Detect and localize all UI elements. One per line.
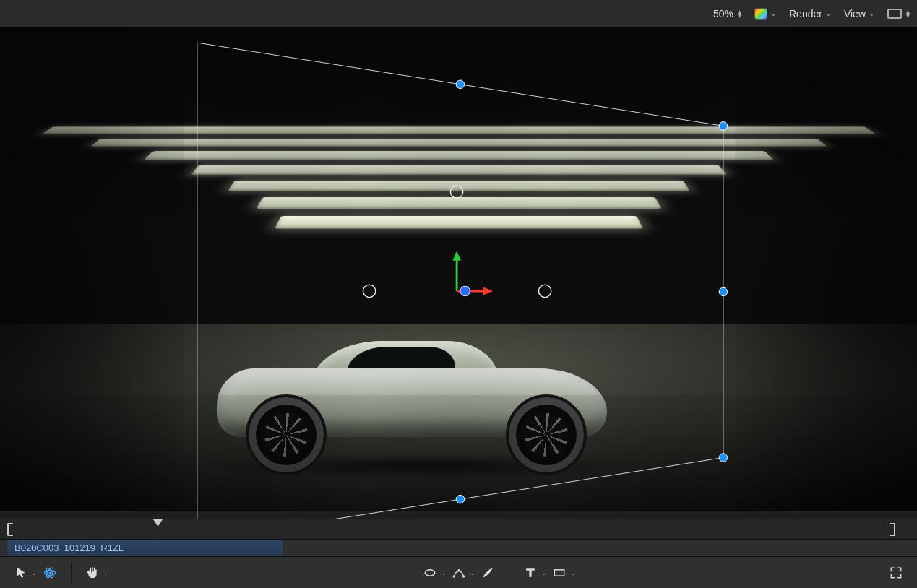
clip-track: B020C003_101219_R1ZL bbox=[0, 539, 917, 556]
text-tool-dropdown[interactable]: ⌄ bbox=[540, 566, 548, 579]
zoom-level-stepper[interactable]: 50% ▴▾ bbox=[713, 8, 741, 20]
pan-tool[interactable] bbox=[83, 563, 102, 582]
app-root: 50% ▴▾ ⌄ Render ⌄ View ⌄ ▴▾ bbox=[0, 0, 917, 588]
rectangle-mask-dropdown[interactable]: ⌄ bbox=[569, 566, 577, 579]
fullscreen-toggle[interactable] bbox=[887, 563, 905, 582]
rectangle-icon bbox=[552, 566, 567, 580]
composited-scene bbox=[0, 27, 917, 511]
arrow-cursor-icon bbox=[14, 566, 28, 580]
shape-mask-dropdown[interactable]: ⌄ bbox=[439, 566, 448, 579]
canvas-topbar: 50% ▴▾ ⌄ Render ⌄ View ⌄ ▴▾ bbox=[0, 0, 917, 27]
select-tool-dropdown[interactable]: ⌄ bbox=[30, 566, 39, 579]
svg-point-5 bbox=[452, 575, 455, 577]
toolbar-separator bbox=[71, 563, 72, 583]
svg-point-6 bbox=[462, 575, 465, 577]
clip-item[interactable]: B020C003_101219_R1ZL bbox=[7, 540, 283, 556]
pan-tool-dropdown[interactable]: ⌄ bbox=[102, 566, 111, 579]
playhead[interactable] bbox=[158, 519, 158, 539]
svg-rect-8 bbox=[554, 569, 564, 575]
stepper-arrows-icon: ▴▾ bbox=[906, 9, 910, 18]
in-point-marker[interactable] bbox=[7, 523, 13, 536]
paint-stroke-tool[interactable] bbox=[478, 563, 497, 582]
bottom-toolbar: ⌄ ⌄ ⌄ ⌄ bbox=[0, 556, 917, 588]
out-point-marker[interactable] bbox=[890, 523, 895, 536]
light-rig bbox=[0, 123, 917, 237]
render-menu[interactable]: Render ⌄ bbox=[789, 8, 831, 20]
zoom-level-value: 50% bbox=[713, 8, 733, 20]
stepper-arrows-icon: ▴▾ bbox=[738, 9, 741, 18]
svg-point-7 bbox=[457, 569, 460, 571]
hand-icon bbox=[85, 566, 100, 580]
chevron-down-icon: ⌄ bbox=[869, 9, 874, 17]
pen-tool-dropdown[interactable]: ⌄ bbox=[468, 566, 477, 579]
canvas-content bbox=[0, 27, 917, 519]
3d-transform-tool[interactable] bbox=[40, 563, 59, 582]
chevron-down-icon: ⌄ bbox=[770, 9, 776, 17]
toolbar-separator bbox=[509, 563, 509, 583]
expand-arrows-icon bbox=[889, 566, 903, 580]
color-channels-dropdown[interactable]: ⌄ bbox=[754, 8, 776, 20]
rectangle-mask-tool[interactable] bbox=[550, 563, 569, 582]
chevron-down-icon: ⌄ bbox=[825, 9, 831, 17]
view-menu[interactable]: View ⌄ bbox=[844, 8, 874, 20]
mini-timeline[interactable] bbox=[0, 519, 917, 539]
brush-icon bbox=[481, 566, 495, 580]
svg-point-4 bbox=[425, 569, 434, 575]
render-label: Render bbox=[789, 8, 822, 20]
clip-name: B020C003_101219_R1ZL bbox=[14, 542, 124, 553]
text-t-icon bbox=[523, 566, 538, 580]
atom-3d-icon bbox=[43, 566, 57, 580]
svg-point-3 bbox=[49, 571, 51, 574]
select-tool[interactable] bbox=[12, 563, 30, 582]
text-tool[interactable] bbox=[521, 563, 540, 582]
bezier-pen-icon bbox=[452, 566, 466, 580]
pen-tool[interactable] bbox=[449, 563, 468, 582]
car bbox=[217, 331, 621, 475]
color-channels-icon bbox=[754, 8, 767, 20]
shape-mask-tool[interactable] bbox=[421, 563, 439, 582]
aspect-ratio-dropdown[interactable]: ▴▾ bbox=[887, 9, 910, 19]
ellipse-icon bbox=[423, 566, 437, 580]
view-label: View bbox=[844, 8, 866, 20]
canvas-viewport[interactable] bbox=[0, 27, 917, 519]
aspect-ratio-icon bbox=[887, 9, 902, 19]
